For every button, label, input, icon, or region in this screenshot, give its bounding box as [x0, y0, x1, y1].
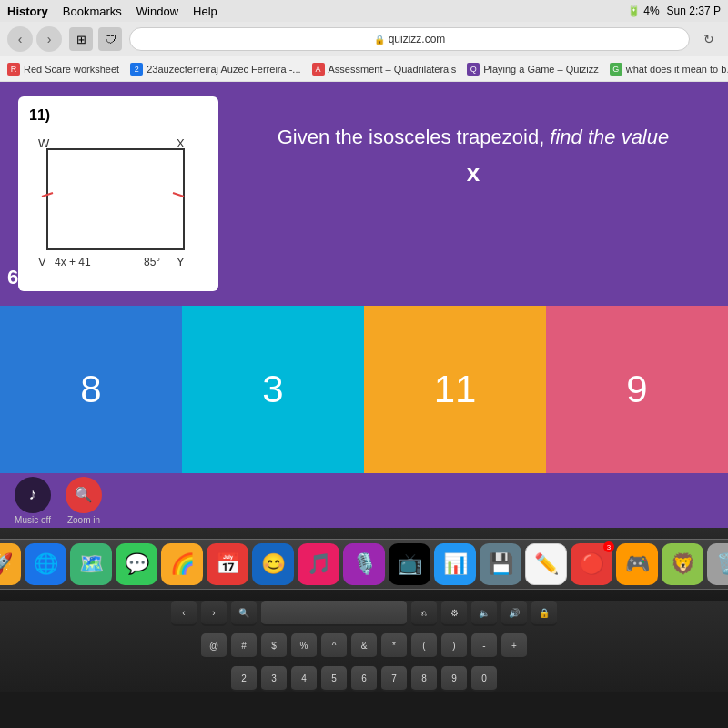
key-8[interactable]: 8: [411, 666, 437, 692]
key-star[interactable]: *: [381, 633, 407, 659]
music-off-button[interactable]: ♪ Music off: [15, 477, 51, 525]
diagram-container: 11) W X V Y 4x + 41 85°: [18, 96, 218, 291]
key-gear[interactable]: ⚙: [441, 601, 467, 626]
answer-option-3[interactable]: 3: [182, 306, 364, 473]
zoom-in-label: Zoom in: [67, 515, 100, 525]
dock-item-safari[interactable]: 🌐: [25, 543, 66, 585]
key-2[interactable]: 2: [231, 666, 257, 692]
answer-value-11: 11: [434, 368, 477, 411]
key-vol-down[interactable]: 🔈: [471, 601, 497, 626]
clock: Sun 2:37 P: [667, 5, 721, 17]
bookmark-icon-assessment: A: [312, 63, 325, 76]
bookmark-icon-google: G: [610, 63, 622, 76]
answer-option-9[interactable]: 9: [546, 306, 728, 473]
question-text-line1: Given the isosceles trapezoid, find the …: [278, 124, 669, 152]
bookmarks-bar: R Red Scare worksheet 2 23auzecferreiraj…: [0, 56, 728, 82]
address-bar[interactable]: 🔒 quizizz.com: [129, 27, 690, 51]
answer-value-8: 8: [80, 368, 101, 411]
key-plus[interactable]: +: [501, 633, 527, 659]
refresh-button[interactable]: ↻: [697, 27, 721, 51]
dock-item-finder[interactable]: 😊: [252, 543, 294, 585]
back-button[interactable]: ‹: [7, 26, 33, 52]
key-5[interactable]: 5: [321, 666, 347, 692]
tab-icon-shield[interactable]: 🛡: [98, 27, 122, 51]
tab-icons: ⊞ 🛡: [69, 27, 122, 51]
dock-item-browser2[interactable]: 🦁: [662, 543, 703, 585]
answer-value-3: 3: [262, 368, 283, 411]
menu-history[interactable]: History: [7, 5, 48, 18]
dock-item-launchpad[interactable]: 🚀: [0, 543, 21, 585]
dock: 🚀 🌐 🗺️ 💬 🌈 📅 😊 🎵 🎙️ 📺 📊 💾 ✏️ 🔴 3 🎮 🦁 🗑️: [0, 539, 728, 590]
key-fn2[interactable]: 🔒: [531, 601, 557, 626]
key-6[interactable]: 6: [351, 666, 377, 692]
question-text-area: Given the isosceles trapezoid, find the …: [237, 96, 710, 187]
key-4[interactable]: 4: [291, 666, 317, 692]
bookmark-auzec[interactable]: 2 23auzecferreiraj Auzec Ferreira -...: [130, 63, 300, 76]
bookmark-quizizz[interactable]: Q Playing a Game – Quizizz: [467, 63, 599, 76]
dock-item-numbers[interactable]: 📊: [434, 543, 476, 585]
key-at[interactable]: @: [201, 633, 227, 659]
key-hash[interactable]: #: [231, 633, 257, 659]
question-text-line2: x: [467, 159, 480, 187]
bookmark-google[interactable]: G what does it mean to b...: [610, 63, 728, 76]
bookmark-label-auzec: 23auzecferreiraj Auzec Ferreira -...: [147, 64, 300, 75]
bookmark-assessment[interactable]: A Assessment – Quadrilaterals: [312, 63, 457, 76]
key-dollar[interactable]: $: [261, 633, 287, 659]
dock-item-appletv[interactable]: 📺: [389, 543, 430, 585]
menu-window[interactable]: Window: [136, 5, 178, 18]
key-caret[interactable]: ^: [321, 633, 347, 659]
zoom-in-button[interactable]: 🔍 Zoom in: [66, 477, 102, 525]
key-vol-up[interactable]: 🔊: [501, 601, 527, 626]
dock-item-music[interactable]: 🎵: [298, 543, 339, 585]
svg-text:W: W: [38, 136, 50, 150]
key-space[interactable]: [261, 601, 407, 626]
svg-text:X: X: [177, 136, 185, 150]
dock-item-app-red[interactable]: 🔴 3: [571, 543, 612, 585]
key-0[interactable]: 0: [471, 666, 497, 692]
svg-text:Y: Y: [177, 255, 185, 268]
bookmark-icon-red-scare: R: [7, 63, 20, 76]
svg-rect-0: [47, 149, 184, 249]
key-fn1[interactable]: ⎌: [411, 601, 437, 626]
menu-help[interactable]: Help: [193, 5, 217, 18]
dock-item-maps[interactable]: 🗺️: [70, 543, 112, 585]
menu-bar: History Bookmarks Window Help 🔋 4% Sun 2…: [0, 0, 728, 22]
key-9[interactable]: 9: [441, 666, 467, 692]
dock-item-game[interactable]: 🎮: [616, 543, 658, 585]
bookmark-label-red-scare: Red Scare worksheet: [24, 64, 119, 75]
music-off-icon: ♪: [15, 477, 51, 513]
key-rparen[interactable]: ): [441, 633, 467, 659]
dock-item-photos[interactable]: 🌈: [161, 543, 203, 585]
key-search[interactable]: 🔍: [231, 601, 257, 626]
bookmark-red-scare[interactable]: R Red Scare worksheet: [7, 63, 119, 76]
key-7[interactable]: 7: [381, 666, 407, 692]
dock-item-messages[interactable]: 💬: [116, 543, 157, 585]
dock-item-storage[interactable]: 💾: [480, 543, 521, 585]
key-back[interactable]: ‹: [171, 601, 197, 626]
menu-bar-right: 🔋 4% Sun 2:37 P: [627, 5, 721, 17]
keyboard-area: ‹ › 🔍 ⎌ ⚙ 🔈 🔊 🔒 @ # $ % ^ & * ( ) - + 2 …: [0, 601, 728, 692]
menu-bookmarks[interactable]: Bookmarks: [63, 5, 122, 18]
key-minus[interactable]: -: [471, 633, 497, 659]
tab-icon-grid[interactable]: ⊞: [69, 27, 93, 51]
key-amp[interactable]: &: [351, 633, 377, 659]
question-area: 11) W X V Y 4x + 41 85° Given the isosce…: [0, 82, 728, 306]
forward-button[interactable]: ›: [36, 26, 62, 52]
zoom-in-icon: 🔍: [66, 477, 102, 513]
badge: 3: [603, 541, 614, 552]
battery-icon: 🔋 4%: [627, 5, 660, 17]
bookmark-icon-auzec: 2: [130, 63, 143, 76]
music-off-label: Music off: [15, 515, 51, 525]
key-percent[interactable]: %: [291, 633, 317, 659]
dock-item-calendar[interactable]: 📅: [207, 543, 248, 585]
key-3[interactable]: 3: [261, 666, 287, 692]
bookmark-label-quizizz: Playing a Game – Quizizz: [483, 64, 599, 75]
dock-item-trash[interactable]: 🗑️: [707, 543, 728, 585]
key-forward[interactable]: ›: [201, 601, 227, 626]
dock-item-podcasts[interactable]: 🎙️: [343, 543, 385, 585]
key-lparen[interactable]: (: [411, 633, 437, 659]
dock-item-notes[interactable]: ✏️: [525, 543, 567, 585]
answer-option-8[interactable]: 8: [0, 306, 182, 473]
answer-option-11[interactable]: 11: [364, 306, 546, 473]
url-text: quizizz.com: [389, 33, 446, 46]
